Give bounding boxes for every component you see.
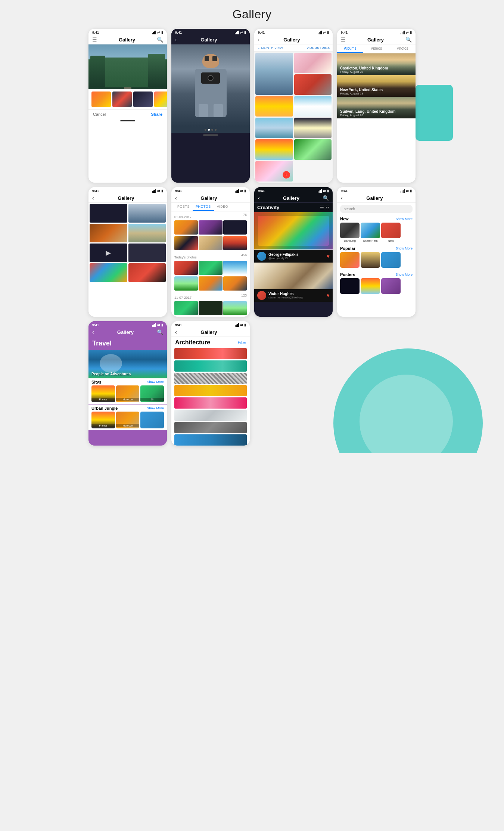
menu-icon[interactable]: ☰ bbox=[92, 37, 97, 43]
search-icon-9[interactable]: 🔍 bbox=[157, 329, 163, 335]
show-more-popular[interactable]: Show More bbox=[395, 246, 413, 250]
strip-photo-4[interactable] bbox=[174, 236, 198, 250]
urban-extra[interactable] bbox=[140, 412, 164, 428]
urban-france[interactable]: France bbox=[91, 412, 115, 428]
tab-posts[interactable]: POSTS bbox=[174, 203, 193, 211]
album-new[interactable]: New bbox=[381, 223, 401, 242]
heart-icon-1[interactable]: ♥ bbox=[327, 253, 330, 259]
thumb-4[interactable] bbox=[154, 92, 167, 107]
album-bandung[interactable]: Bandung bbox=[340, 223, 360, 242]
photo-cell-7[interactable] bbox=[90, 263, 127, 282]
arch-photo-7[interactable] bbox=[174, 422, 247, 433]
cal-photo-9[interactable] bbox=[294, 139, 332, 160]
album-newyork[interactable]: New York, United States Friday, August 2… bbox=[337, 75, 416, 97]
posts-tabs: POSTS PHOTOS VIDEO bbox=[171, 203, 250, 211]
strip-photo-2[interactable] bbox=[199, 220, 222, 235]
status-icons-10: ⇌▮ bbox=[235, 323, 246, 327]
tab-photos[interactable]: Photos bbox=[389, 44, 416, 53]
arch-photo-5[interactable] bbox=[174, 397, 247, 409]
photo-cell-4[interactable] bbox=[128, 224, 166, 242]
photo-cell-6[interactable] bbox=[128, 244, 166, 262]
thumb-3[interactable] bbox=[133, 92, 153, 107]
menu-icon-4[interactable]: ☰ bbox=[341, 37, 346, 43]
arch-photo-3[interactable] bbox=[174, 373, 247, 384]
chevron-down-icon[interactable]: ⌄ MONTH VIEW bbox=[257, 46, 283, 50]
city-morocco-1[interactable]: Morocco bbox=[116, 385, 140, 402]
strip-photo-5[interactable] bbox=[199, 236, 222, 250]
filter-button[interactable]: Filter bbox=[238, 341, 246, 345]
strip-photo-1[interactable] bbox=[174, 220, 198, 235]
strip-photo-8[interactable] bbox=[199, 261, 222, 275]
album-skatepark[interactable]: Skate Park bbox=[361, 223, 380, 242]
photo-cell-3[interactable] bbox=[90, 224, 127, 242]
cal-photo-5[interactable] bbox=[294, 96, 332, 117]
cal-photo-8[interactable] bbox=[255, 139, 293, 160]
status-icons-6: ⇌▮ bbox=[235, 189, 246, 193]
search-icon[interactable]: 🔍 bbox=[157, 37, 163, 43]
city-si-1[interactable]: Si bbox=[140, 385, 164, 402]
photo-cell-5[interactable]: ▶ bbox=[90, 244, 127, 262]
urban-jungle-section: Urban Jungle Show More France Morocco bbox=[88, 404, 167, 430]
urban-show-more[interactable]: Show More bbox=[147, 406, 164, 410]
cal-photo-1[interactable] bbox=[255, 53, 293, 95]
tab-photos[interactable]: PHOTOS bbox=[193, 203, 214, 211]
travel-section-header: Travel bbox=[88, 337, 167, 350]
tab-video[interactable]: VIDEO bbox=[214, 203, 231, 211]
strip-photo-15[interactable] bbox=[223, 301, 247, 315]
share-button[interactable]: Share bbox=[151, 112, 162, 117]
search-bar[interactable]: search bbox=[340, 205, 413, 213]
cal-photo-7[interactable] bbox=[294, 118, 332, 138]
strip-photo-12[interactable] bbox=[223, 276, 247, 291]
urban-morocco[interactable]: Morocco bbox=[116, 412, 140, 428]
cal-photo-3[interactable] bbox=[294, 74, 332, 95]
tab-albums[interactable]: Albums bbox=[337, 44, 363, 53]
arch-photo-4[interactable] bbox=[174, 385, 247, 396]
strip-photo-10[interactable] bbox=[174, 276, 198, 291]
arch-photo-1[interactable] bbox=[174, 348, 247, 359]
grid-icon[interactable]: ☷ bbox=[326, 205, 330, 210]
strip-photo-7[interactable] bbox=[174, 261, 198, 275]
cal-photo-6[interactable] bbox=[255, 118, 293, 138]
travel-hero-image: People on Adventures bbox=[88, 350, 167, 378]
strip-photo-9[interactable] bbox=[223, 261, 247, 275]
strip-photo-11[interactable] bbox=[199, 276, 222, 291]
status-icons-4: ⇌▮ bbox=[401, 31, 412, 34]
strip-photo-3[interactable] bbox=[223, 220, 247, 235]
arch-photo-2[interactable] bbox=[174, 360, 247, 372]
heart-icon-2[interactable]: ♥ bbox=[327, 292, 330, 298]
arch-photo-8[interactable] bbox=[174, 434, 247, 446]
photo-cell-1[interactable] bbox=[90, 204, 127, 223]
search-icon-4[interactable]: 🔍 bbox=[405, 37, 412, 43]
strip-photo-13[interactable] bbox=[174, 301, 198, 315]
show-more-new[interactable]: Show More bbox=[395, 217, 413, 221]
arch-photo-6[interactable] bbox=[174, 410, 247, 421]
tab-videos[interactable]: Videos bbox=[363, 44, 389, 53]
album-pop-3[interactable] bbox=[381, 252, 401, 269]
sitys-show-more[interactable]: Show More bbox=[147, 380, 164, 384]
cal-photo-2[interactable] bbox=[294, 53, 332, 73]
thumb-1[interactable] bbox=[91, 92, 111, 107]
album-suilven[interactable]: Suilven, Lairg, United Kingdom Friday, A… bbox=[337, 97, 416, 118]
photo-cell-2[interactable] bbox=[128, 204, 166, 223]
city-france-1[interactable]: France bbox=[91, 385, 115, 402]
cancel-button[interactable]: Cancel bbox=[93, 112, 106, 117]
album-poster-2[interactable] bbox=[361, 278, 380, 295]
search-icon-7[interactable]: 🔍 bbox=[323, 195, 329, 201]
album-poster-1[interactable] bbox=[340, 278, 360, 295]
album-pop-2[interactable] bbox=[361, 252, 380, 269]
album-poster-3[interactable] bbox=[381, 278, 401, 295]
cal-photo-4[interactable] bbox=[255, 96, 293, 117]
cal-photo-10[interactable]: + bbox=[255, 161, 293, 182]
status-icons-3: ⇌▮ bbox=[318, 31, 329, 34]
add-photo-button[interactable]: + bbox=[283, 171, 290, 179]
urban-header: Urban Jungle Show More bbox=[91, 406, 164, 410]
show-more-posters[interactable]: Show More bbox=[395, 273, 413, 276]
album-pop-1[interactable] bbox=[340, 252, 360, 269]
strip-photo-14[interactable] bbox=[199, 301, 222, 315]
list-icon[interactable]: ☰ bbox=[320, 205, 324, 210]
section-posters-header: Posters Show More bbox=[337, 271, 416, 278]
thumb-2[interactable] bbox=[112, 92, 132, 107]
album-castleton[interactable]: Castleton, United Kingdom Friday, August… bbox=[337, 53, 416, 75]
photo-cell-8[interactable] bbox=[128, 263, 166, 282]
strip-photo-6[interactable] bbox=[223, 236, 247, 250]
